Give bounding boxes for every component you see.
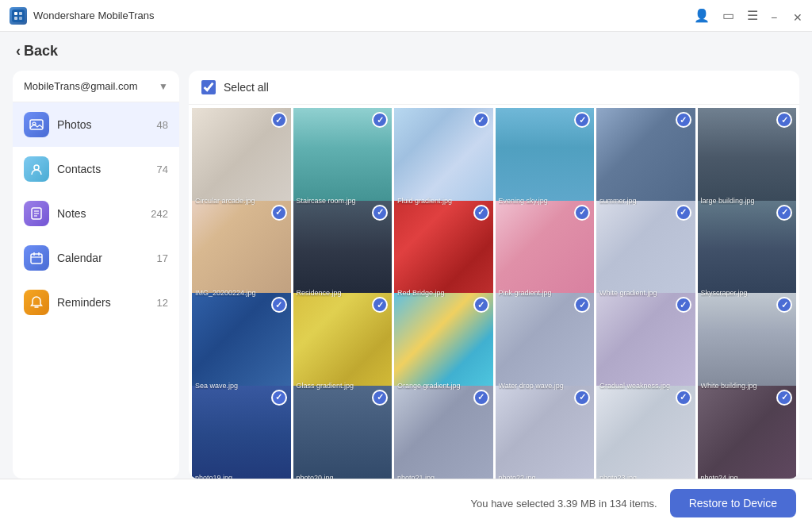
minimize-button[interactable]: −: [771, 11, 780, 21]
check-badge-5: [776, 112, 792, 128]
photo-label-15: Water drop wave.jpg: [499, 382, 564, 390]
photo-label-1: Staircase room.jpg: [297, 197, 356, 205]
photo-cell-4[interactable]: summer.jpg: [596, 108, 695, 207]
svg-rect-5: [30, 120, 43, 129]
svg-rect-3: [14, 17, 17, 20]
titlebar-left: Wondershare MobileTrans: [10, 7, 154, 25]
contacts-icon: [24, 156, 49, 182]
photo-label-14: Orange gradient.jpg: [397, 382, 461, 390]
svg-rect-0: [12, 10, 25, 22]
back-label: Back: [24, 43, 58, 60]
photo-cell-19[interactable]: photo20.jpg: [293, 386, 393, 479]
sidebar-item-calendar[interactable]: Calendar 17: [13, 236, 179, 280]
photo-label-12: Sea wave.jpg: [195, 382, 238, 390]
photo-cell-2[interactable]: Fluid gradient.jpg: [394, 108, 493, 207]
photo-cell-23[interactable]: photo24.jpg: [698, 386, 797, 479]
notes-icon: [24, 201, 49, 226]
titlebar-controls: 👤 ▭ ☰ − ✕: [694, 8, 802, 23]
check-badge-19: [372, 390, 388, 406]
photos-icon: [24, 112, 49, 137]
photo-cell-9[interactable]: Pink gradient.jpg: [496, 201, 595, 300]
profile-icon[interactable]: 👤: [694, 8, 710, 23]
check-badge-1: [372, 112, 388, 128]
sidebar-item-photos[interactable]: Photos 48: [13, 102, 179, 147]
sidebar: MobileTrans@gmail.com ▼ Photos 48: [13, 71, 179, 479]
check-badge-2: [473, 112, 489, 128]
close-button[interactable]: ✕: [793, 11, 802, 21]
photo-cell-14[interactable]: Orange gradient.jpg: [394, 293, 493, 392]
photo-label-11: Skyscraper.jpg: [701, 289, 748, 297]
sidebar-calendar-label: Calendar: [57, 252, 149, 264]
svg-point-7: [34, 165, 39, 170]
check-badge-16: [676, 297, 691, 313]
photo-label-18: photo19.jpg: [195, 474, 232, 479]
photo-cell-1[interactable]: Staircase room.jpg: [293, 108, 393, 207]
app-title: Wondershare MobileTrans: [33, 10, 154, 21]
photo-cell-13[interactable]: Glass gradient.jpg: [293, 293, 393, 392]
photo-cell-6[interactable]: IMG_20200224.jpg: [192, 201, 291, 300]
check-badge-20: [473, 390, 489, 406]
sidebar-photos-label: Photos: [57, 118, 149, 131]
window-icon[interactable]: ▭: [722, 8, 734, 23]
photo-cell-7[interactable]: Residence.jpg: [293, 201, 393, 300]
footer: You have selected 3.39 MB in 134 items. …: [0, 479, 812, 527]
photo-area: Select all Circular arcade.jpg Staircase…: [189, 71, 799, 479]
menu-icon[interactable]: ☰: [747, 8, 758, 23]
photo-label-6: IMG_20200224.jpg: [195, 289, 256, 297]
photo-cell-22[interactable]: photo23.jpg: [596, 386, 695, 479]
svg-rect-1: [14, 12, 17, 15]
photo-label-8: Red Bridge.jpg: [397, 289, 445, 297]
svg-rect-2: [19, 12, 22, 15]
dropdown-arrow-icon: ▼: [159, 81, 168, 92]
back-button[interactable]: ‹ Back: [16, 43, 796, 60]
photo-cell-10[interactable]: White gradient.jpg: [596, 201, 695, 300]
check-badge-12: [271, 297, 287, 313]
photo-cell-17[interactable]: White building.jpg: [698, 293, 797, 392]
titlebar: Wondershare MobileTrans 👤 ▭ ☰ − ✕: [0, 0, 812, 32]
check-badge-8: [473, 205, 489, 221]
reminders-icon: [24, 290, 49, 315]
photo-cell-18[interactable]: photo19.jpg: [192, 386, 291, 479]
photo-cell-8[interactable]: Red Bridge.jpg: [394, 201, 493, 300]
photo-label-0: Circular arcade.jpg: [195, 197, 255, 205]
photo-grid: Circular arcade.jpg Staircase room.jpg F…: [189, 105, 799, 479]
check-badge-18: [271, 390, 287, 406]
check-badge-17: [776, 297, 792, 313]
photo-label-17: White building.jpg: [701, 382, 757, 390]
restore-to-device-button[interactable]: Restore to Device: [670, 489, 796, 517]
svg-rect-4: [19, 17, 22, 20]
photo-cell-11[interactable]: Skyscraper.jpg: [698, 201, 797, 300]
photo-label-9: Pink gradient.jpg: [499, 289, 552, 297]
sidebar-item-notes[interactable]: Notes 242: [13, 191, 179, 236]
sidebar-reminders-count: 12: [157, 297, 168, 309]
account-selector[interactable]: MobileTrans@gmail.com ▼: [13, 71, 179, 102]
calendar-icon: [24, 245, 49, 271]
photo-label-5: large building.jpg: [701, 197, 755, 205]
photo-cell-12[interactable]: Sea wave.jpg: [192, 293, 291, 392]
photo-cell-3[interactable]: Evening sky.jpg: [496, 108, 595, 207]
check-badge-0: [271, 112, 287, 128]
photo-cell-5[interactable]: large building.jpg: [698, 108, 797, 207]
svg-rect-12: [31, 254, 42, 264]
account-name: MobileTrans@gmail.com: [24, 80, 137, 92]
photo-label-13: Glass gradient.jpg: [297, 382, 354, 390]
sidebar-notes-label: Notes: [57, 207, 143, 220]
sidebar-item-contacts[interactable]: Contacts 74: [13, 147, 179, 191]
check-badge-21: [574, 390, 590, 406]
photo-label-7: Residence.jpg: [297, 289, 342, 297]
sidebar-item-reminders[interactable]: Reminders 12: [13, 280, 179, 325]
app-icon: [10, 7, 27, 25]
photo-label-19: photo20.jpg: [297, 474, 334, 479]
photo-cell-20[interactable]: photo21.jpg: [394, 386, 493, 479]
photo-cell-0[interactable]: Circular arcade.jpg: [192, 108, 291, 207]
select-all-checkbox[interactable]: [201, 80, 216, 94]
check-badge-14: [473, 297, 489, 313]
check-badge-9: [574, 205, 590, 221]
back-bar: ‹ Back: [0, 32, 812, 71]
photo-cell-15[interactable]: Water drop wave.jpg: [496, 293, 595, 392]
photo-cell-16[interactable]: Gradual weakness.jpg: [596, 293, 695, 392]
photo-cell-21[interactable]: photo22.jpg: [496, 386, 595, 479]
content-area: MobileTrans@gmail.com ▼ Photos 48: [0, 71, 812, 479]
check-badge-22: [676, 390, 691, 406]
sidebar-notes-count: 242: [151, 208, 168, 220]
